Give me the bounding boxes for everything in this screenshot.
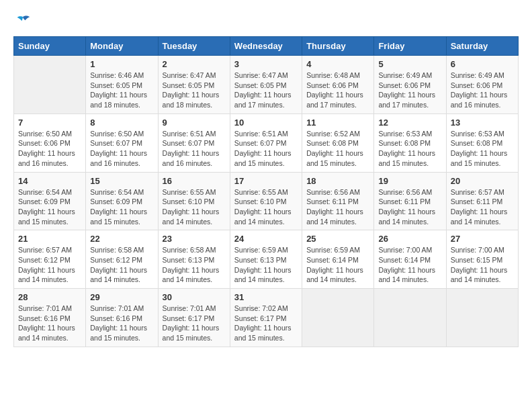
day-info: Sunrise: 6:53 AM Sunset: 6:08 PM Dayligh… [451,129,514,169]
day-info: Sunrise: 6:57 AM Sunset: 6:11 PM Dayligh… [451,187,514,227]
calendar-cell [14,56,86,114]
sunset: Sunset: 6:10 PM [234,197,287,205]
calendar-week-row: 14 Sunrise: 6:54 AM Sunset: 6:09 PM Dayl… [14,172,519,230]
sunrise: Sunrise: 6:54 AM [90,188,144,196]
day-info: Sunrise: 6:57 AM Sunset: 6:12 PM Dayligh… [18,245,81,285]
calendar-cell [446,289,518,347]
daylight: Daylight: 11 hours and 17 minutes. [234,91,292,109]
day-info: Sunrise: 6:49 AM Sunset: 6:06 PM Dayligh… [451,71,514,110]
sunset: Sunset: 6:06 PM [451,81,503,89]
day-info: Sunrise: 6:55 AM Sunset: 6:10 PM Dayligh… [234,187,298,227]
day-info: Sunrise: 6:58 AM Sunset: 6:12 PM Dayligh… [90,245,153,285]
calendar-cell: 7 Sunrise: 6:50 AM Sunset: 6:06 PM Dayli… [14,113,86,172]
calendar-cell: 29 Sunrise: 7:01 AM Sunset: 6:16 PM Dayl… [86,289,158,347]
sunset: Sunset: 6:10 PM [163,197,215,205]
daylight: Daylight: 11 hours and 15 minutes. [163,324,220,342]
calendar-cell: 16 Sunrise: 6:55 AM Sunset: 6:10 PM Dayl… [158,172,230,230]
calendar-week-row: 1 Sunrise: 6:46 AM Sunset: 6:05 PM Dayli… [14,56,519,114]
sunrise: Sunrise: 7:00 AM [451,246,504,254]
calendar-cell: 8 Sunrise: 6:50 AM Sunset: 6:07 PM Dayli… [86,113,158,172]
weekday-header-sunday: Sunday [14,37,86,56]
day-info: Sunrise: 6:51 AM Sunset: 6:07 PM Dayligh… [163,129,226,169]
sunset: Sunset: 6:05 PM [234,81,287,89]
sunset: Sunset: 6:14 PM [306,256,359,264]
calendar-table: SundayMondayTuesdayWednesdayThursdayFrid… [13,36,519,347]
weekday-header-tuesday: Tuesday [158,37,230,56]
calendar-cell: 3 Sunrise: 6:47 AM Sunset: 6:05 PM Dayli… [230,56,302,114]
sunset: Sunset: 6:11 PM [306,197,359,205]
calendar-cell [302,289,374,347]
calendar-cell: 23 Sunrise: 6:58 AM Sunset: 6:13 PM Dayl… [158,230,230,289]
day-info: Sunrise: 6:49 AM Sunset: 6:06 PM Dayligh… [378,71,441,110]
daylight: Daylight: 11 hours and 14 minutes. [234,266,292,284]
sunrise: Sunrise: 6:56 AM [306,188,360,196]
sunrise: Sunrise: 7:01 AM [18,304,72,312]
daylight: Daylight: 11 hours and 18 minutes. [163,91,220,109]
daylight: Daylight: 11 hours and 16 minutes. [451,91,508,109]
sunset: Sunset: 6:12 PM [18,256,71,264]
day-info: Sunrise: 6:54 AM Sunset: 6:09 PM Dayligh… [18,187,81,227]
sunset: Sunset: 6:07 PM [163,139,215,147]
sunset: Sunset: 6:06 PM [378,81,431,89]
calendar-cell: 12 Sunrise: 6:53 AM Sunset: 6:08 PM Dayl… [374,113,446,172]
daylight: Daylight: 11 hours and 14 minutes. [163,208,220,226]
sunset: Sunset: 6:06 PM [18,139,71,147]
daylight: Daylight: 11 hours and 15 minutes. [90,208,147,226]
daylight: Daylight: 11 hours and 14 minutes. [163,266,220,284]
calendar-cell: 17 Sunrise: 6:55 AM Sunset: 6:10 PM Dayl… [230,172,302,230]
day-number: 28 [18,292,81,302]
daylight: Daylight: 11 hours and 14 minutes. [451,266,508,284]
daylight: Daylight: 11 hours and 14 minutes. [18,324,75,342]
calendar-cell: 13 Sunrise: 6:53 AM Sunset: 6:08 PM Dayl… [446,113,518,172]
day-info: Sunrise: 6:56 AM Sunset: 6:11 PM Dayligh… [378,187,441,227]
daylight: Daylight: 11 hours and 18 minutes. [90,91,147,109]
day-info: Sunrise: 7:01 AM Sunset: 6:16 PM Dayligh… [90,304,153,343]
sunrise: Sunrise: 6:58 AM [163,246,216,254]
day-number: 5 [378,59,441,69]
day-number: 6 [451,59,514,69]
calendar-cell: 22 Sunrise: 6:58 AM Sunset: 6:12 PM Dayl… [86,230,158,289]
day-number: 13 [451,118,514,128]
weekday-header-friday: Friday [374,37,446,56]
day-number: 31 [234,292,298,302]
calendar-cell: 24 Sunrise: 6:59 AM Sunset: 6:13 PM Dayl… [230,230,302,289]
weekday-header-monday: Monday [86,37,158,56]
daylight: Daylight: 11 hours and 14 minutes. [234,208,292,226]
day-number: 27 [451,234,514,244]
sunrise: Sunrise: 6:59 AM [306,246,360,254]
sunrise: Sunrise: 6:49 AM [451,71,504,79]
day-number: 18 [306,176,369,186]
day-number: 4 [306,59,369,69]
sunrise: Sunrise: 6:55 AM [234,188,288,196]
daylight: Daylight: 11 hours and 16 minutes. [90,149,147,167]
sunset: Sunset: 6:05 PM [163,81,215,89]
calendar-cell: 10 Sunrise: 6:51 AM Sunset: 6:07 PM Dayl… [230,113,302,172]
sunrise: Sunrise: 6:53 AM [378,130,432,138]
calendar-cell: 15 Sunrise: 6:54 AM Sunset: 6:09 PM Dayl… [86,172,158,230]
daylight: Daylight: 11 hours and 15 minutes. [451,149,508,167]
day-info: Sunrise: 6:59 AM Sunset: 6:13 PM Dayligh… [234,245,298,285]
day-number: 12 [378,118,441,128]
day-number: 30 [163,292,226,302]
sunset: Sunset: 6:06 PM [306,81,359,89]
page-header [13,13,519,30]
daylight: Daylight: 11 hours and 16 minutes. [18,149,75,167]
day-number: 17 [234,176,298,186]
day-number: 14 [18,176,81,186]
day-info: Sunrise: 6:47 AM Sunset: 6:05 PM Dayligh… [163,71,226,110]
day-number: 29 [90,292,153,302]
sunrise: Sunrise: 6:58 AM [90,246,144,254]
daylight: Daylight: 11 hours and 15 minutes. [306,149,363,167]
logo-block [13,13,31,30]
day-info: Sunrise: 6:50 AM Sunset: 6:07 PM Dayligh… [90,129,153,169]
calendar-cell: 27 Sunrise: 7:00 AM Sunset: 6:15 PM Dayl… [446,230,518,289]
sunset: Sunset: 6:15 PM [451,256,503,264]
calendar-cell: 28 Sunrise: 7:01 AM Sunset: 6:16 PM Dayl… [14,289,86,347]
day-number: 10 [234,118,298,128]
calendar-week-row: 21 Sunrise: 6:57 AM Sunset: 6:12 PM Dayl… [14,230,519,289]
sunrise: Sunrise: 6:59 AM [234,246,288,254]
sunset: Sunset: 6:16 PM [18,314,71,322]
daylight: Daylight: 11 hours and 17 minutes. [306,91,363,109]
calendar-cell: 11 Sunrise: 6:52 AM Sunset: 6:08 PM Dayl… [302,113,374,172]
sunset: Sunset: 6:08 PM [378,139,431,147]
